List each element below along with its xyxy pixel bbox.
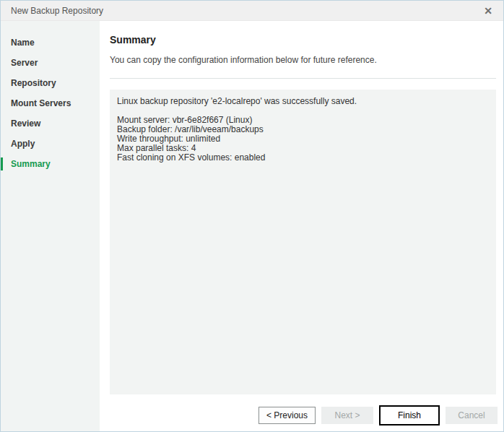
- divider: [110, 78, 496, 79]
- previous-button[interactable]: < Previous: [258, 407, 316, 424]
- wizard-body: Name Server Repository Mount Servers Rev…: [1, 21, 503, 432]
- sidebar-item-server[interactable]: Server: [1, 53, 100, 73]
- window-title: New Backup Repository: [11, 6, 103, 16]
- sidebar-item-apply[interactable]: Apply: [1, 134, 100, 154]
- sidebar-item-summary[interactable]: Summary: [1, 154, 100, 174]
- finish-button[interactable]: Finish: [379, 405, 440, 425]
- close-icon[interactable]: ✕: [479, 2, 498, 20]
- sidebar-item-label: Repository: [11, 78, 56, 88]
- sidebar-item-mount-servers[interactable]: Mount Servers: [1, 93, 100, 113]
- page-title: Summary: [110, 34, 496, 46]
- sidebar-item-label: Mount Servers: [11, 98, 71, 108]
- titlebar: New Backup Repository ✕: [1, 1, 503, 21]
- summary-panel: Linux backup repository 'e2-localrepo' w…: [110, 90, 496, 394]
- next-button[interactable]: Next >: [321, 407, 373, 424]
- cancel-button[interactable]: Cancel: [446, 407, 498, 424]
- sidebar-item-label: Name: [11, 38, 35, 48]
- sidebar-item-name[interactable]: Name: [1, 33, 100, 53]
- summary-status-line: Linux backup repository 'e2-localrepo' w…: [117, 97, 489, 106]
- active-step-indicator: [1, 157, 3, 170]
- page-subtitle: You can copy the configuration informati…: [110, 55, 496, 65]
- sidebar-item-review[interactable]: Review: [1, 113, 100, 134]
- wizard-main-pane: Summary You can copy the configuration i…: [100, 21, 503, 432]
- sidebar-item-repository[interactable]: Repository: [1, 73, 100, 93]
- summary-detail-line: Fast cloning on XFS volumes: enabled: [117, 153, 489, 163]
- wizard-footer: < Previous Next > Finish Cancel: [258, 405, 498, 425]
- wizard-step-sidebar: Name Server Repository Mount Servers Rev…: [1, 21, 100, 432]
- sidebar-item-label: Summary: [11, 159, 51, 169]
- sidebar-item-label: Review: [11, 118, 40, 129]
- sidebar-item-label: Apply: [11, 139, 35, 149]
- wizard-window: New Backup Repository ✕ Name Server Repo…: [0, 0, 504, 432]
- sidebar-item-label: Server: [11, 58, 38, 68]
